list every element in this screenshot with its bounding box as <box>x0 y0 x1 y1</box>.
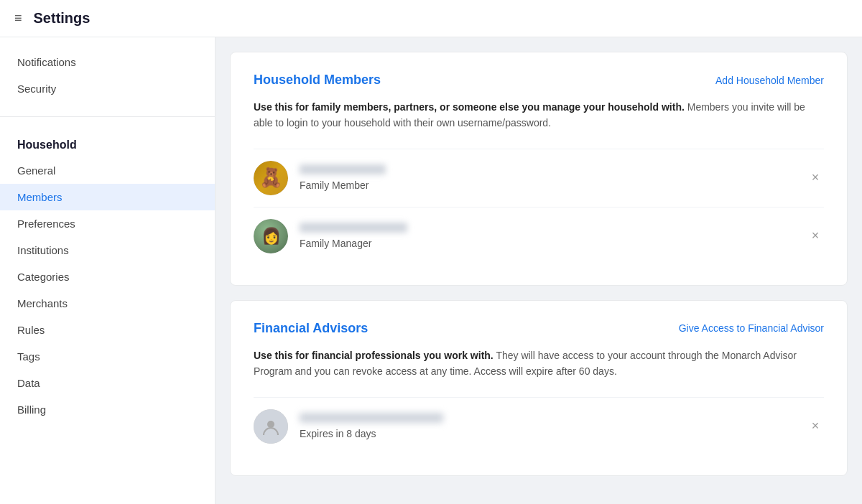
household-members-description-bold: Use this for family members, partners, o… <box>254 101 685 113</box>
svg-point-0 <box>267 421 274 428</box>
sidebar-item-members[interactable]: Members <box>0 184 215 210</box>
sidebar-item-notifications[interactable]: Notifications <box>0 49 215 75</box>
advisor-1-name-blurred <box>300 413 443 423</box>
advisor-1-avatar <box>254 409 288 444</box>
sidebar-label-notifications: Notifications <box>17 56 76 68</box>
sidebar-item-security[interactable]: Security <box>0 75 215 102</box>
sidebar-label-data: Data <box>17 377 40 389</box>
sidebar-item-institutions[interactable]: Institutions <box>0 237 215 263</box>
sidebar-item-categories[interactable]: Categories <box>0 263 215 290</box>
sidebar-divider <box>0 116 215 117</box>
page-title: Settings <box>34 10 91 27</box>
member-1-remove-button[interactable]: × <box>807 169 824 187</box>
household-members-title: Household Members <box>254 73 381 88</box>
sidebar-item-tags[interactable]: Tags <box>0 343 215 370</box>
sidebar-label-billing: Billing <box>17 403 46 416</box>
sidebar-label-security: Security <box>17 83 56 95</box>
advisor-1-info: Expires in 8 days <box>300 413 807 440</box>
sidebar-label-general: General <box>17 164 55 177</box>
financial-advisors-title: Financial Advisors <box>254 321 368 336</box>
sidebar-item-data[interactable]: Data <box>0 370 215 396</box>
sidebar-label-members: Members <box>17 191 62 203</box>
main-layout: Notifications Security Household General… <box>0 37 862 504</box>
member-2-remove-button[interactable]: × <box>807 228 824 245</box>
sidebar-label-preferences: Preferences <box>17 218 75 230</box>
member-1-role: Family Member <box>300 179 369 191</box>
app-header: ≡ Settings <box>0 0 862 37</box>
sidebar-top-section: Notifications Security <box>0 37 215 113</box>
member-2-avatar: 👩 <box>254 219 288 253</box>
sidebar-household-section: Household General Members Preferences In… <box>0 120 215 434</box>
sidebar-group-household: Household <box>0 131 215 157</box>
woman-avatar-icon: 👩 <box>254 219 288 253</box>
member-1-name-blurred <box>300 164 386 174</box>
bear-avatar-icon: 🧸 <box>254 161 288 195</box>
household-members-list: 🧸 Family Member × 👩 Family Manag <box>254 149 824 265</box>
advisors-list: Expires in 8 days × <box>254 397 824 455</box>
advisor-1-expires: Expires in 8 days <box>300 428 376 439</box>
sidebar-label-categories: Categories <box>17 271 70 283</box>
sidebar-label-rules: Rules <box>17 324 45 336</box>
financial-advisors-card: Financial Advisors Give Access to Financ… <box>230 300 848 476</box>
household-members-card-header: Household Members Add Household Member <box>254 73 824 88</box>
financial-advisors-card-header: Financial Advisors Give Access to Financ… <box>254 321 824 336</box>
main-content: Household Members Add Household Member U… <box>216 37 862 504</box>
add-household-member-button[interactable]: Add Household Member <box>715 75 824 86</box>
member-row: 👩 Family Manager × <box>254 207 824 265</box>
sidebar: Notifications Security Household General… <box>0 37 216 504</box>
financial-advisors-description-bold: Use this for financial professionals you… <box>254 350 493 361</box>
member-1-avatar: 🧸 <box>254 161 288 195</box>
sidebar-label-institutions: Institutions <box>17 244 69 256</box>
sidebar-label-merchants: Merchants <box>17 297 68 309</box>
household-members-card: Household Members Add Household Member U… <box>230 52 848 286</box>
member-2-role: Family Manager <box>300 238 371 249</box>
household-members-description: Use this for family members, partners, o… <box>254 99 824 131</box>
member-row: 🧸 Family Member × <box>254 149 824 207</box>
generic-avatar-icon <box>254 409 288 444</box>
sidebar-item-billing[interactable]: Billing <box>0 396 215 423</box>
advisor-1-remove-button[interactable]: × <box>807 418 824 435</box>
sidebar-item-general[interactable]: General <box>0 157 215 184</box>
sidebar-label-tags: Tags <box>17 350 40 363</box>
advisor-row: Expires in 8 days × <box>254 397 824 455</box>
sidebar-item-preferences[interactable]: Preferences <box>0 210 215 237</box>
financial-advisors-description: Use this for financial professionals you… <box>254 347 824 380</box>
sidebar-item-merchants[interactable]: Merchants <box>0 290 215 317</box>
menu-icon[interactable]: ≡ <box>14 11 22 26</box>
member-2-name-blurred <box>300 223 407 233</box>
sidebar-item-rules[interactable]: Rules <box>0 317 215 343</box>
give-access-advisor-button[interactable]: Give Access to Financial Advisor <box>679 322 824 334</box>
member-2-info: Family Manager <box>300 223 807 250</box>
member-1-info: Family Member <box>300 164 807 192</box>
